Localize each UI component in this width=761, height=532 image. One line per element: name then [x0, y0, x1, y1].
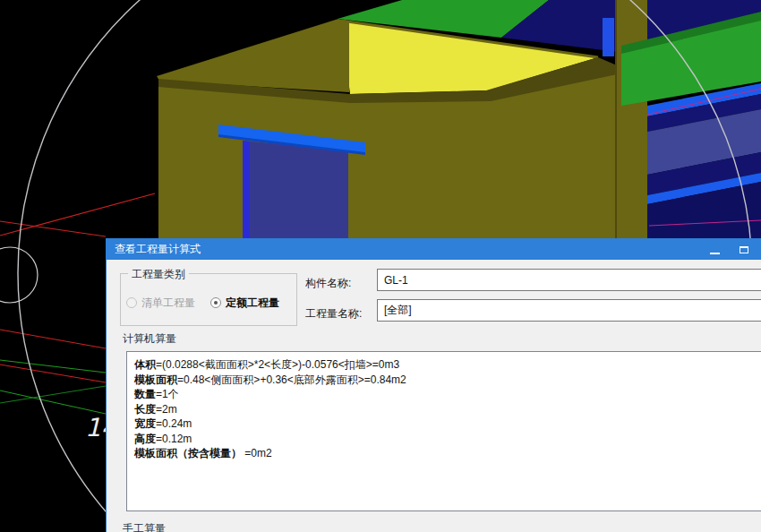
radio-quota-quantity[interactable]: 定额工程量: [210, 296, 279, 310]
computer-calc-display[interactable]: 体积=(0.0288<截面面积>*2<长度>)-0.0576<扣墙>=0m3 模…: [126, 351, 761, 511]
category-groupbox: 工程量类别 清单工程量 定额工程量: [120, 273, 297, 326]
door-frame-edge: [243, 141, 250, 238]
calc-line: 体积=(0.0288<截面面积>*2<长度>)-0.0576<扣墙>=0m3: [134, 357, 756, 373]
radio-circle-icon: [210, 297, 221, 308]
calc-line: 高度=0.12m: [134, 432, 756, 447]
frame-blue-stripe: [603, 18, 614, 56]
column-right[interactable]: [615, 0, 647, 238]
calc-line: 模板面积（按含模量） =0m2: [134, 446, 756, 461]
minimize-icon: [710, 253, 720, 254]
component-name-label: 构件名称:: [305, 276, 351, 291]
door-opening[interactable]: [243, 141, 348, 238]
radio-label: 清单工程量: [141, 296, 195, 311]
radio-listing-quantity[interactable]: 清单工程量: [126, 296, 195, 310]
maximize-button[interactable]: [731, 239, 758, 260]
column-edge: [615, 0, 617, 238]
category-radio-row: 清单工程量 定额工程量: [121, 296, 296, 312]
calc-line: 宽度=0.24m: [134, 416, 756, 432]
radio-circle-icon: [126, 297, 137, 308]
dialog-title: 查看工程量计算式: [115, 239, 201, 260]
dialog-titlebar[interactable]: 查看工程量计算式: [107, 239, 761, 260]
quantity-name-input[interactable]: [377, 299, 761, 322]
calc-line: 长度=2m: [134, 402, 756, 417]
quantity-calc-dialog: 查看工程量计算式 工程量类别 清单工程量 定额工程量 构件名称: 工程量名称:: [106, 238, 761, 532]
calc-line: 数量=1个: [134, 387, 756, 402]
minimize-button[interactable]: [701, 239, 728, 260]
category-group-label: 工程量类别: [128, 267, 189, 282]
radio-label: 定额工程量: [226, 296, 279, 311]
radio-dot-icon: [214, 301, 218, 305]
calc-line: 模板面积=0.48<侧面面积>+0.36<底部外露面积>=0.84m2: [134, 373, 756, 388]
maximize-icon: [740, 246, 748, 253]
component-name-input[interactable]: [377, 269, 761, 291]
quantity-name-label: 工程量名称:: [305, 306, 362, 322]
manual-calc-label: 手工算量: [123, 521, 166, 532]
computer-calc-label: 计算机算量: [123, 331, 176, 347]
